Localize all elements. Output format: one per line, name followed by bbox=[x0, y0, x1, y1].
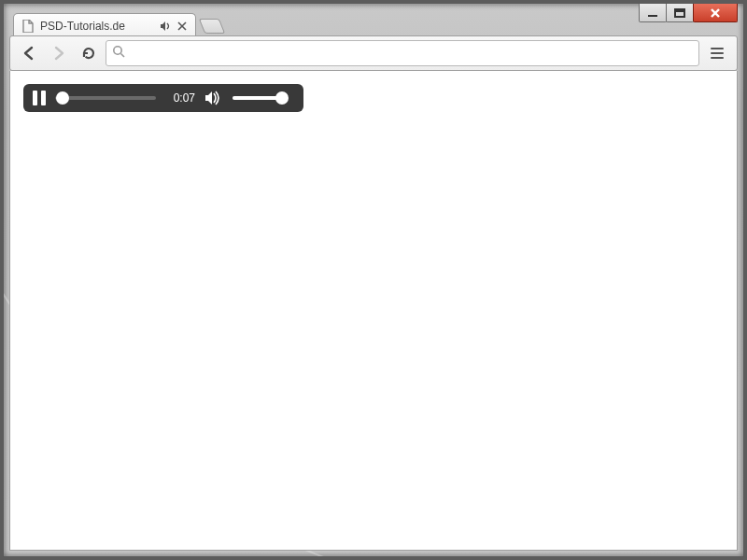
forward-button[interactable] bbox=[46, 40, 72, 66]
audio-playing-icon[interactable] bbox=[158, 19, 173, 34]
page-content: 0:07 bbox=[9, 71, 738, 551]
file-icon bbox=[21, 20, 35, 33]
volume-icon[interactable] bbox=[204, 89, 223, 107]
minimize-button[interactable] bbox=[639, 4, 667, 22]
browser-window: PSD-Tutorials.de bbox=[3, 3, 744, 557]
tab[interactable]: PSD-Tutorials.de bbox=[13, 13, 196, 37]
seek-slider[interactable] bbox=[55, 96, 156, 100]
address-input[interactable] bbox=[131, 42, 693, 64]
timecode: 0:07 bbox=[165, 91, 195, 105]
close-button[interactable] bbox=[693, 4, 738, 22]
maximize-button[interactable] bbox=[666, 4, 694, 22]
seek-thumb[interactable] bbox=[56, 91, 69, 105]
pause-icon bbox=[33, 91, 37, 105]
close-icon bbox=[710, 7, 721, 19]
maximize-icon bbox=[674, 8, 685, 18]
window-frame: PSD-Tutorials.de bbox=[0, 0, 747, 560]
svg-point-6 bbox=[114, 47, 121, 54]
svg-line-7 bbox=[121, 54, 125, 58]
volume-slider[interactable] bbox=[233, 96, 285, 100]
caption-buttons bbox=[640, 4, 738, 22]
tab-title: PSD-Tutorials.de bbox=[40, 20, 158, 33]
minimize-icon bbox=[648, 15, 657, 17]
reload-icon bbox=[80, 45, 97, 62]
back-button[interactable] bbox=[16, 40, 42, 66]
omnibox[interactable] bbox=[106, 40, 699, 66]
arrow-right-icon bbox=[50, 45, 67, 62]
hamburger-icon bbox=[711, 52, 724, 54]
volume-thumb[interactable] bbox=[275, 91, 289, 105]
audio-player: 0:07 bbox=[23, 84, 303, 112]
tab-strip: PSD-Tutorials.de bbox=[13, 13, 631, 35]
toolbar bbox=[9, 35, 738, 71]
pause-button[interactable] bbox=[33, 91, 46, 105]
menu-button[interactable] bbox=[703, 40, 731, 66]
arrow-left-icon bbox=[21, 45, 37, 62]
reload-button[interactable] bbox=[76, 40, 102, 66]
tab-close-button[interactable] bbox=[175, 19, 190, 34]
search-icon bbox=[112, 45, 125, 62]
new-tab-button[interactable] bbox=[199, 19, 225, 34]
